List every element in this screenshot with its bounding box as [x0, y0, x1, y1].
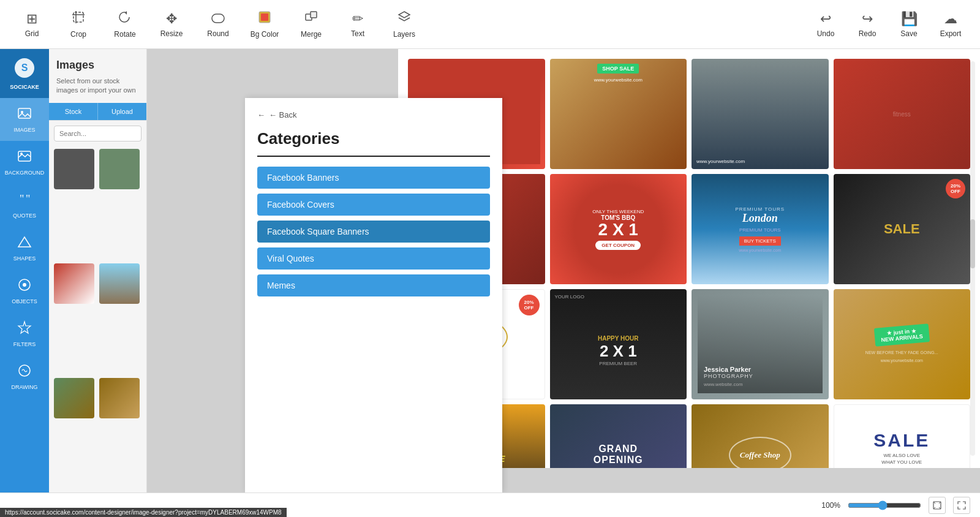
panel-thumb-2[interactable]: [99, 149, 140, 189]
svg-rect-11: [18, 108, 31, 118]
category-fb-square[interactable]: Facebook Square Banners: [257, 221, 490, 243]
left-sidebar: S SOCICAKE IMAGES: [0, 49, 49, 492]
scrollbar-thumb[interactable]: [970, 219, 975, 268]
crop-label: Crop: [70, 30, 86, 39]
sidebar-item-drawing[interactable]: DRAWING: [0, 355, 49, 398]
scrollbar-track: [970, 61, 975, 456]
sidebar-item-images[interactable]: IMAGES: [0, 98, 49, 141]
grid-icon: ⊞: [26, 11, 37, 27]
sidebar-item-objects[interactable]: OBJECTS: [0, 270, 49, 312]
merge-icon: [304, 10, 318, 28]
text-label: Text: [351, 29, 364, 38]
category-memes[interactable]: Memes: [257, 274, 490, 296]
layers-tool-button[interactable]: Layers: [382, 4, 426, 45]
layers-label: Layers: [393, 30, 415, 39]
text-tool-button[interactable]: ✏ Text: [336, 4, 380, 45]
logo[interactable]: S SOCICAKE: [0, 49, 49, 98]
drawing-label: DRAWING: [11, 384, 37, 390]
template-15[interactable]: Coffee Shop OPEN TODAY: [692, 404, 829, 468]
category-fb-covers[interactable]: Facebook Covers: [257, 194, 490, 216]
svg-rect-0: [74, 12, 83, 22]
template-12[interactable]: ★ just in ★NEW ARRIVALS NEW BEFORE THEY …: [834, 289, 971, 399]
save-icon: 💾: [901, 11, 918, 27]
svg-text:": ": [20, 193, 24, 205]
upload-tab[interactable]: Upload: [98, 103, 146, 120]
divider: [257, 156, 490, 157]
svg-marker-20: [18, 322, 31, 333]
back-arrow-icon: ←: [257, 110, 265, 119]
images-icon: [17, 106, 32, 124]
panel-tabs: Stock Upload: [49, 103, 146, 121]
canvas-area: ← ← Back Categories Facebook Banners Fac…: [147, 49, 980, 492]
fit-screen-button[interactable]: [929, 497, 946, 514]
stock-tab[interactable]: Stock: [49, 103, 98, 120]
export-button[interactable]: ☁ Export: [931, 4, 970, 45]
undo-label: Undo: [817, 29, 835, 38]
panel-thumb-4[interactable]: [99, 263, 140, 304]
sidebar-item-quotes[interactable]: " " QUOTES: [0, 184, 49, 227]
save-label: Save: [900, 29, 917, 38]
category-fb-banners[interactable]: Facebook Banners: [257, 167, 490, 189]
shapes-label: SHAPES: [13, 255, 36, 262]
round-tool-button[interactable]: Round: [196, 4, 240, 45]
back-button[interactable]: ← ← Back: [257, 110, 490, 119]
objects-label: OBJECTS: [12, 298, 37, 304]
panel-subtitle: Select from our stock images or import y…: [49, 77, 146, 103]
main-area: S SOCICAKE IMAGES: [0, 49, 980, 492]
objects-icon: [17, 277, 32, 296]
rotate-icon: [118, 10, 132, 28]
template-14[interactable]: GRANDOPENING 28/10/2017: [550, 404, 687, 468]
category-viral-quotes[interactable]: Viral Quotes: [257, 247, 490, 270]
resize-tool-button[interactable]: ✥ Resize: [149, 4, 194, 45]
bg-color-tool-button[interactable]: Bg Color: [243, 4, 287, 45]
template-6[interactable]: ONLY THIS WEEKEND TOM'S BBQ 2 X 1 GET CO…: [550, 174, 687, 284]
crop-tool-button[interactable]: Crop: [56, 4, 100, 45]
sidebar-item-filters[interactable]: FILTERS: [0, 312, 49, 355]
layers-icon: [398, 10, 411, 28]
svg-point-19: [23, 283, 26, 287]
categories-title: Categories: [257, 129, 490, 148]
panel-title: Images: [49, 49, 146, 77]
images-panel: Images Select from our stock images or i…: [49, 49, 147, 492]
template-8[interactable]: 20%OFF SALE: [834, 174, 971, 284]
template-2[interactable]: SHOP SALE www.yourwebsite.com: [550, 59, 687, 169]
undo-button[interactable]: ↩ Undo: [806, 4, 845, 45]
svg-text:": ": [26, 193, 30, 205]
drawing-icon: [17, 363, 32, 382]
text-icon: ✏: [352, 11, 363, 27]
round-icon: [211, 11, 225, 27]
background-label: BACKGROUND: [5, 170, 45, 176]
fullscreen-button[interactable]: [953, 497, 970, 514]
template-16[interactable]: SALE WE ALSO LOVEWHAT YOU LOVE SHOP NOW …: [834, 404, 971, 468]
template-4[interactable]: fitness: [834, 59, 971, 169]
template-3[interactable]: www.yourwebsite.com: [692, 59, 829, 169]
save-button[interactable]: 💾 Save: [889, 4, 929, 45]
panel-thumb-3[interactable]: [54, 263, 94, 304]
svg-rect-7: [311, 12, 317, 18]
categories-overlay: ← ← Back Categories Facebook Banners Fac…: [245, 98, 502, 492]
round-label: Round: [207, 29, 228, 38]
quotes-label: QUOTES: [13, 213, 36, 219]
bg-color-icon: [258, 10, 271, 28]
panel-thumb-5[interactable]: [54, 378, 94, 418]
template-10[interactable]: YOUR LOGO HAPPY HOUR 2 X 1 PREMIUM BEER: [550, 289, 687, 399]
panel-thumb-6[interactable]: [99, 378, 140, 418]
bg-color-label: Bg Color: [251, 30, 279, 39]
grid-tool-button[interactable]: ⊞ Grid: [10, 4, 54, 45]
quotes-icon: " ": [17, 192, 32, 210]
search-input[interactable]: [54, 126, 141, 142]
redo-label: Redo: [859, 29, 876, 38]
merge-tool-button[interactable]: Merge: [289, 4, 333, 45]
panel-thumb-1[interactable]: [54, 149, 94, 189]
logo-icon: S: [14, 58, 35, 83]
redo-button[interactable]: ↪ Redo: [848, 4, 887, 45]
export-icon: ☁: [944, 11, 957, 27]
rotate-tool-button[interactable]: Rotate: [103, 4, 147, 45]
sidebar-item-shapes[interactable]: SHAPES: [0, 227, 49, 270]
zoom-slider[interactable]: [848, 500, 921, 510]
toolbar: ⊞ Grid Crop Rotate ✥ Resize: [0, 0, 980, 49]
sidebar-item-background[interactable]: BACKGROUND: [0, 141, 49, 184]
template-7[interactable]: PREMIUM TOURS London Premium Tours BUY T…: [692, 174, 829, 284]
template-11[interactable]: Jessica Parker PHOTOGRAPHY www.website.c…: [692, 289, 829, 399]
svg-point-14: [20, 153, 23, 155]
